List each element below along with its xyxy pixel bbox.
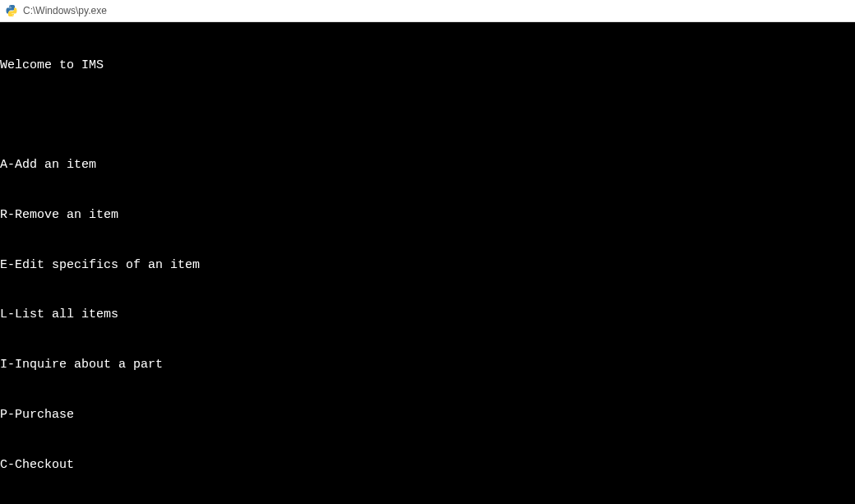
title-bar: C:\Windows\py.exe [0,0,855,22]
svg-point-1 [12,15,13,16]
terminal-line: I-Inquire about a part [0,357,855,373]
terminal-line: A-Add an item [0,157,855,173]
terminal-line: P-Purchase [0,407,855,423]
python-icon [5,4,18,17]
window-title: C:\Windows\py.exe [23,5,107,16]
svg-point-0 [9,6,10,7]
terminal-line: L-List all items [0,307,855,323]
terminal-line [0,107,855,123]
terminal-line: Welcome to IMS [0,58,855,74]
terminal-line: C-Checkout [0,457,855,474]
terminal-line: R-Remove an item [0,207,855,224]
terminal-output[interactable]: Welcome to IMS A-Add an item R-Remove an… [0,22,855,504]
terminal-line: E-Edit specifics of an item [0,257,855,274]
